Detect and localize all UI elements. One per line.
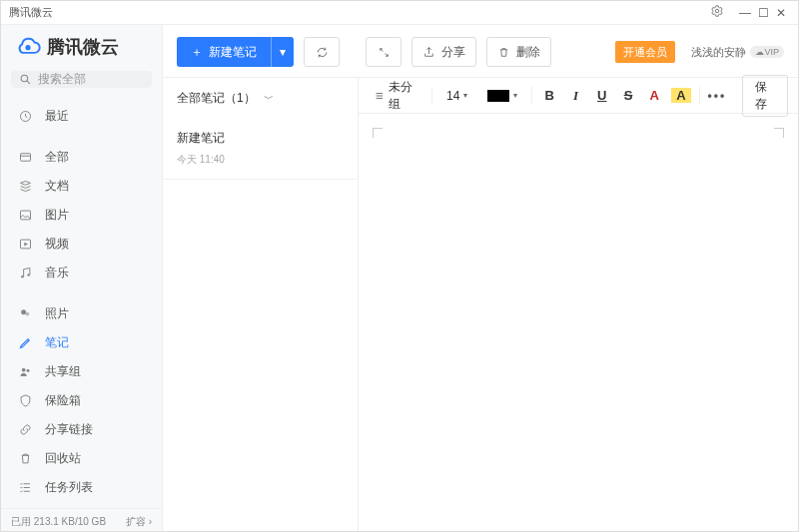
sidebar-item-sharelinks[interactable]: 分享链接 — [1, 415, 162, 444]
strike-button[interactable]: S — [619, 88, 637, 103]
svg-rect-5 — [20, 154, 30, 162]
search-placeholder: 搜索全部 — [38, 71, 86, 88]
note-title: 新建笔记 — [177, 130, 344, 147]
svg-point-12 — [25, 312, 29, 316]
search-icon — [19, 73, 32, 86]
sidebar-item-label: 图片 — [45, 207, 69, 224]
user-name: 浅浅的安静 — [691, 45, 746, 60]
search-input[interactable]: 搜索全部 — [11, 71, 152, 88]
editor-toolbar: 未分组 14▾ ▾ B I U S A A — [359, 78, 798, 114]
minimize-button[interactable]: — — [736, 6, 754, 20]
color-swatch-icon — [487, 90, 509, 102]
editor-panel: 未分组 14▾ ▾ B I U S A A — [359, 78, 798, 532]
sidebar-item-shared[interactable]: 共享组 — [1, 357, 162, 386]
maximize-button[interactable]: ☐ — [754, 6, 772, 20]
sidebar-item-label: 文档 — [45, 178, 69, 195]
share-icon — [422, 46, 435, 59]
svg-line-3 — [27, 81, 30, 84]
expand-storage-link[interactable]: 扩容 › — [126, 515, 152, 529]
brand-name: 腾讯微云 — [47, 35, 119, 59]
text-color-button[interactable]: A — [645, 88, 663, 103]
sidebar-item-label: 笔记 — [45, 334, 69, 351]
trash-icon — [17, 451, 33, 467]
svg-point-9 — [21, 275, 24, 278]
folder-icon — [17, 150, 33, 166]
sidebar-item-tasks[interactable]: 任务列表 — [1, 473, 162, 502]
cloud-logo-icon — [15, 36, 41, 58]
music-icon — [17, 266, 33, 281]
sidebar: 腾讯微云 搜索全部 最近 全部 文档 图片 — [1, 25, 163, 532]
note-list-item[interactable]: 新建笔记 今天 11:40 — [163, 118, 358, 180]
svg-point-14 — [26, 369, 29, 372]
sidebar-item-all[interactable]: 全部 — [1, 143, 162, 172]
expand-icon — [378, 46, 391, 59]
chevron-down-icon: ﹀ — [264, 92, 274, 106]
bold-button[interactable]: B — [540, 88, 558, 103]
sidebar-item-label: 保险箱 — [45, 392, 81, 409]
note-list-panel: 全部笔记（1） ﹀ 新建笔记 今天 11:40 — [163, 78, 359, 532]
note-list-header[interactable]: 全部笔记（1） ﹀ — [163, 78, 358, 118]
sidebar-item-images[interactable]: 图片 — [1, 201, 162, 230]
sidebar-item-label: 分享链接 — [45, 421, 93, 438]
delete-button[interactable]: 删除 — [486, 37, 551, 67]
refresh-icon — [316, 46, 329, 59]
refresh-button[interactable] — [304, 37, 340, 67]
storage-text: 已用 213.1 KB/10 GB — [11, 515, 106, 529]
pen-icon — [17, 335, 33, 351]
svg-point-11 — [21, 309, 26, 314]
close-button[interactable]: ✕ — [772, 6, 790, 20]
user-vip-badge: ☁VIP — [750, 46, 784, 58]
user-info[interactable]: 浅浅的安静 ☁VIP — [691, 45, 784, 60]
list-icon — [375, 90, 385, 102]
window-title: 腾讯微云 — [9, 5, 53, 20]
balloon-icon — [17, 306, 33, 322]
shield-icon — [17, 393, 33, 409]
sidebar-item-trash[interactable]: 回收站 — [1, 444, 162, 473]
sidebar-item-label: 回收站 — [45, 450, 81, 467]
storage-footer: 已用 213.1 KB/10 GB 扩容 › — [1, 508, 162, 532]
new-note-button[interactable]: ＋新建笔记 ▾ — [177, 37, 294, 67]
sidebar-item-music[interactable]: 音乐 — [1, 259, 162, 287]
link-icon — [17, 422, 33, 438]
sidebar-item-label: 音乐 — [45, 265, 69, 281]
note-time: 今天 11:40 — [177, 153, 344, 167]
vip-button[interactable]: 开通会员 — [615, 41, 675, 63]
fullscreen-button[interactable] — [366, 37, 401, 67]
sidebar-item-photos[interactable]: 照片 — [1, 299, 162, 328]
sidebar-item-recent[interactable]: 最近 — [1, 102, 162, 131]
plus-icon: ＋ — [191, 44, 203, 61]
sidebar-item-docs[interactable]: 文档 — [1, 172, 162, 201]
sidebar-item-label: 任务列表 — [45, 479, 93, 496]
sidebar-item-label: 视频 — [45, 236, 69, 253]
checklist-icon — [17, 480, 33, 496]
titlebar: 腾讯微云 — ☐ ✕ — [1, 1, 798, 25]
corner-marker-tl — [373, 128, 383, 138]
brand: 腾讯微云 — [1, 25, 162, 71]
share-button[interactable]: 分享 — [411, 37, 476, 67]
highlight-button[interactable]: A — [671, 88, 690, 103]
sidebar-item-label: 最近 — [45, 108, 69, 125]
save-button[interactable]: 保存 — [742, 75, 788, 117]
sidebar-item-notes[interactable]: 笔记 — [1, 328, 162, 357]
more-formats-button[interactable]: ••• — [707, 89, 726, 103]
editor-body[interactable] — [359, 114, 798, 532]
sidebar-item-label: 全部 — [45, 149, 69, 166]
people-icon — [17, 364, 33, 380]
svg-point-10 — [27, 273, 30, 276]
sidebar-item-safe[interactable]: 保险箱 — [1, 386, 162, 415]
sidebar-item-label: 照片 — [45, 305, 69, 322]
italic-button[interactable]: I — [566, 88, 584, 104]
play-icon — [17, 237, 33, 253]
image-icon — [17, 208, 33, 224]
svg-point-0 — [715, 9, 719, 13]
trash-icon — [497, 46, 510, 59]
group-dropdown[interactable]: 未分组 — [369, 76, 423, 116]
corner-marker-tr — [774, 128, 784, 138]
settings-gear-icon[interactable] — [708, 4, 726, 21]
color-dropdown[interactable]: ▾ — [481, 87, 523, 105]
new-note-dropdown[interactable]: ▾ — [271, 37, 294, 67]
sidebar-item-video[interactable]: 视频 — [1, 230, 162, 259]
font-size-dropdown[interactable]: 14▾ — [440, 86, 473, 106]
sidebar-item-label: 共享组 — [45, 363, 81, 380]
underline-button[interactable]: U — [593, 88, 611, 103]
